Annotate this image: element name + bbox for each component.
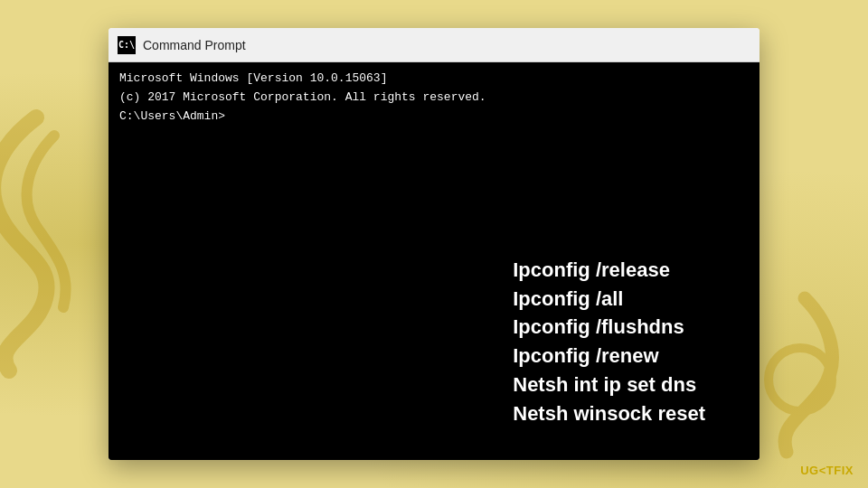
- cmd-line-2: Ipconfig /all: [513, 285, 705, 314]
- cmd-line-4: Ipconfig /renew: [513, 342, 705, 371]
- logo-text2: TFIX: [826, 464, 854, 477]
- cmd-line-5: Netsh int ip set dns: [513, 371, 705, 399]
- terminal-output: Microsoft Windows [Version 10.0.15063] (…: [119, 70, 749, 126]
- commands-block: Ipconfig /release Ipconfig /all Ipconfig…: [513, 256, 705, 437]
- titlebar: C:\ Command Prompt: [108, 28, 760, 62]
- terminal-line-1: Microsoft Windows [Version 10.0.15063]: [119, 70, 749, 89]
- logo-text1: UG: [800, 464, 819, 477]
- bg-decoration-left: [0, 108, 99, 380]
- cmd-icon: C:\: [118, 36, 136, 54]
- bg-decoration-right: [750, 289, 859, 470]
- terminal-line-4: C:\Users\Admin>: [119, 108, 749, 127]
- terminal-line-2: (c) 2017 Microsoft Corporation. All righ…: [119, 89, 749, 108]
- ugetfix-logo: UG<TFIX: [800, 464, 854, 477]
- cmd-line-3: Ipconfig /flushdns: [513, 313, 705, 342]
- commands-overlay: Ipconfig /release Ipconfig /all Ipconfig…: [108, 238, 760, 460]
- window-title: Command Prompt: [143, 38, 246, 52]
- cmd-line-1: Ipconfig /release: [513, 256, 705, 285]
- logo-symbol: <: [819, 464, 826, 477]
- cmd-line-6: Netsh winsock reset: [513, 399, 705, 428]
- command-prompt-window: C:\ Command Prompt Microsoft Windows [Ve…: [108, 28, 760, 460]
- terminal-area: Microsoft Windows [Version 10.0.15063] (…: [108, 62, 760, 460]
